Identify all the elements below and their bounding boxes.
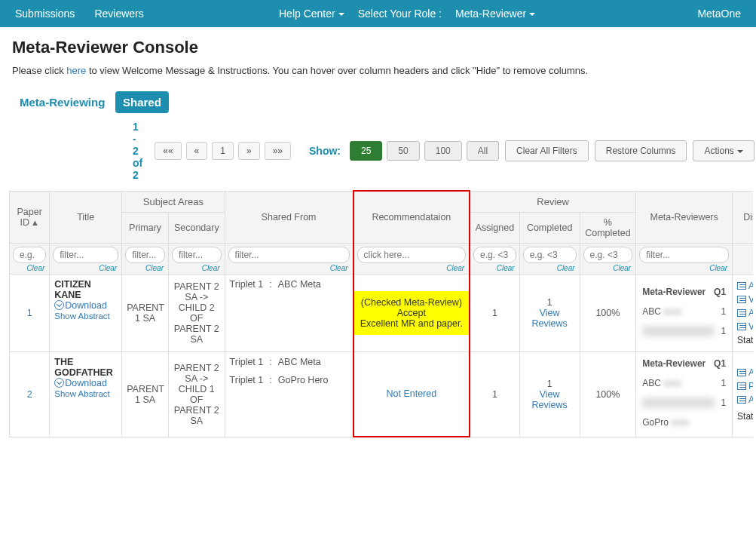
recommendation-not-entered[interactable]: Not Entered	[386, 388, 436, 399]
clear-all-filters-button[interactable]: Clear All Filters	[505, 140, 589, 161]
actions-dropdown[interactable]: Actions	[693, 140, 754, 161]
papers-table: Paper ID▲ Title Subject Areas Shared Fro…	[9, 190, 753, 437]
pagesize-50[interactable]: 50	[387, 141, 419, 161]
pager-prev[interactable]: «	[186, 142, 208, 160]
restore-columns-button[interactable]: Restore Columns	[595, 140, 687, 161]
assigned-count: 1	[470, 274, 519, 351]
discussion-link[interactable]: All Revi	[748, 394, 753, 405]
col-completed[interactable]: Completed	[519, 212, 580, 243]
download-link[interactable]: Download	[65, 378, 107, 388]
nav-user[interactable]: MetaOne	[697, 8, 741, 20]
filter-clear[interactable]: Clear	[639, 263, 729, 272]
nav-submissions[interactable]: Submissions	[15, 8, 75, 20]
paper-id-link[interactable]: 1	[27, 308, 32, 318]
discussion-cell: All Me Post l All Revi Status	[733, 351, 753, 437]
shared-from: Triplet 1:ABC Meta Triplet 1:GoPro Hero	[225, 351, 354, 437]
filter-clear[interactable]: Clear	[357, 263, 467, 272]
paper-title: CITIZEN KANE	[54, 279, 117, 300]
filter-shared[interactable]	[228, 247, 350, 263]
list-icon	[737, 382, 746, 390]
pagesize-100[interactable]: 100	[424, 141, 462, 161]
pager-page[interactable]: 1	[212, 142, 234, 160]
col-review: Review	[470, 191, 636, 212]
col-assigned[interactable]: Assigned	[470, 212, 519, 243]
chevron-down-icon	[734, 146, 743, 156]
meta-reviewers-cell: Meta-ReviewerQ1 ABC xxxx1 1 GoPro xxxx	[636, 351, 733, 437]
discussion-link[interactable]: View Au	[748, 321, 753, 332]
filter-clear[interactable]: Clear	[172, 263, 222, 272]
filter-recommendation[interactable]	[357, 247, 467, 263]
list-icon	[737, 296, 746, 303]
pct-completed: 100%	[580, 274, 636, 351]
show-abstract-link[interactable]: Show Abstract	[54, 312, 110, 321]
nav-role-dropdown[interactable]: Meta-Reviewer	[455, 8, 535, 20]
secondary-sa: PARENT 2 SA -> CHILD 2 OF PARENT 2 SA	[168, 274, 225, 351]
primary-sa: PARENT 1 SA	[122, 274, 169, 351]
filter-paper-id[interactable]	[13, 247, 46, 263]
col-pct-completed[interactable]: % Completed	[580, 212, 636, 243]
filter-pct[interactable]	[583, 247, 633, 263]
tab-meta-reviewing[interactable]: Meta-Reviewing	[12, 91, 112, 113]
discussion-link[interactable]: Post l	[748, 381, 753, 391]
filter-assigned[interactable]	[473, 247, 516, 263]
list-icon	[737, 323, 746, 330]
list-icon	[737, 396, 746, 404]
filter-clear[interactable]: Clear	[228, 263, 350, 272]
table-row: 2 THE GODFATHER Download Show Abstract P…	[10, 351, 754, 437]
page-title: Meta-Reviewer Console	[12, 38, 744, 57]
col-discussion[interactable]: Discussion & Feedback	[733, 191, 753, 243]
assigned-count: 1	[470, 351, 519, 437]
page-range: 1 - 2 of 2	[133, 121, 142, 181]
col-shared-from[interactable]: Shared From	[225, 191, 354, 243]
col-paper-id[interactable]: Paper ID▲	[10, 191, 50, 243]
filter-clear[interactable]: Clear	[125, 263, 165, 272]
recommendation-badge: (Checked Meta-Review) Accept Excellent M…	[354, 291, 470, 335]
view-reviews-link[interactable]: View Reviews	[531, 389, 567, 410]
filter-secondary[interactable]	[172, 247, 222, 263]
tab-shared[interactable]: Shared	[115, 91, 169, 113]
col-secondary[interactable]: Secondary	[168, 212, 225, 243]
col-recommendation[interactable]: Recommendataion	[354, 191, 470, 243]
nav-help-center[interactable]: Help Center	[279, 8, 344, 20]
filter-primary[interactable]	[125, 247, 165, 263]
download-icon	[54, 378, 64, 388]
pager-first[interactable]: ««	[155, 142, 181, 160]
discussion-link[interactable]: All Revi	[748, 308, 753, 318]
col-primary[interactable]: Primary	[122, 212, 169, 243]
filter-completed[interactable]	[523, 247, 577, 263]
filter-clear[interactable]: Clear	[583, 263, 633, 272]
download-link[interactable]: Download	[65, 300, 107, 311]
filter-metarev[interactable]	[639, 247, 729, 263]
instr-prefix: Please click	[12, 65, 66, 76]
discussion-link[interactable]: All Me	[748, 281, 753, 291]
pager-next[interactable]: »	[238, 142, 260, 160]
discussion-cell: All Me View/Pos All Revi View Au Status:…	[733, 274, 753, 351]
filter-clear[interactable]: Clear	[473, 263, 516, 272]
download-icon	[54, 300, 64, 310]
completed-cell: 1 View Reviews	[519, 351, 580, 437]
paper-title: THE GODFATHER	[54, 357, 117, 378]
completed-cell: 1 View Reviews	[519, 274, 580, 351]
welcome-link[interactable]: here	[66, 65, 86, 76]
list-icon	[737, 282, 746, 290]
filter-clear[interactable]: Clear	[53, 263, 118, 272]
discussion-link[interactable]: View/Pos	[748, 294, 753, 305]
filter-clear[interactable]: Clear	[523, 263, 577, 272]
col-subject-areas: Subject Areas	[122, 191, 225, 212]
pct-completed: 100%	[580, 351, 636, 437]
show-abstract-link[interactable]: Show Abstract	[54, 389, 110, 398]
list-icon	[737, 309, 746, 317]
pager-last[interactable]: »»	[265, 142, 291, 160]
table-row: 1 CITIZEN KANE Download Show Abstract PA…	[10, 274, 754, 351]
filter-title[interactable]	[53, 247, 118, 263]
pagesize-all[interactable]: All	[467, 141, 499, 161]
sort-asc-icon: ▲	[31, 218, 39, 227]
paper-id-link[interactable]: 2	[27, 389, 32, 400]
nav-reviewers[interactable]: Reviewers	[94, 8, 143, 20]
col-meta-reviewers[interactable]: Meta-Reviewers	[636, 191, 733, 243]
discussion-link[interactable]: All Me	[748, 367, 753, 378]
filter-clear[interactable]: Clear	[13, 263, 46, 272]
pagesize-25[interactable]: 25	[350, 141, 382, 161]
col-title[interactable]: Title	[50, 191, 122, 243]
view-reviews-link[interactable]: View Reviews	[531, 308, 567, 329]
